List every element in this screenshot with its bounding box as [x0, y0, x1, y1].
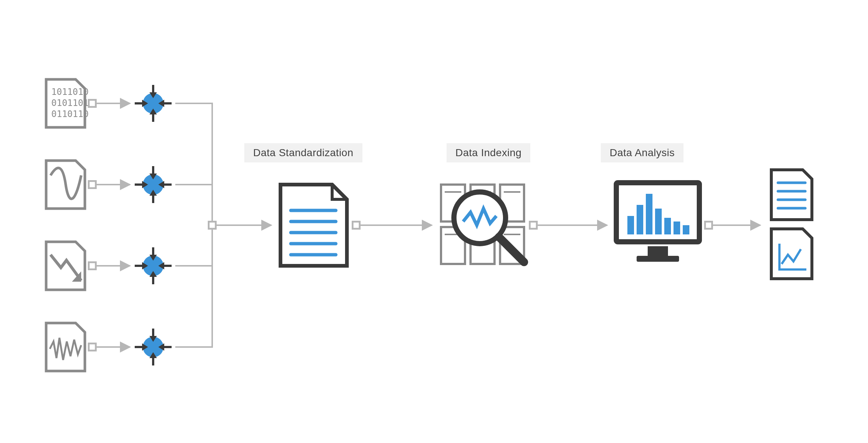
converge-node-4-icon: [135, 329, 172, 365]
svg-rect-53: [655, 209, 662, 234]
svg-rect-49: [637, 256, 679, 262]
svg-rect-48: [648, 246, 668, 257]
analysis-monitor-icon: [616, 183, 699, 262]
source-doc-wave-icon: [46, 161, 85, 209]
standardized-document-icon: [280, 185, 347, 266]
svg-rect-55: [674, 222, 680, 234]
output-chart-doc-icon: [771, 229, 812, 279]
converge-node-3-icon: [135, 247, 172, 284]
converge-node-1-icon: [135, 85, 172, 122]
svg-rect-52: [646, 194, 652, 234]
source-doc-binary-icon: 1011010 0101101 0110110: [46, 79, 89, 127]
diagram-svg: 1011010 0101101 0110110: [0, 0, 868, 443]
binary-row-3: 0110110: [51, 109, 89, 119]
svg-rect-51: [637, 205, 643, 234]
svg-rect-56: [683, 225, 689, 234]
converge-node-2-icon: [135, 166, 172, 203]
svg-rect-54: [664, 218, 671, 234]
connector-nodes-to-standardization: [175, 103, 271, 347]
binary-row-2: 0101101: [51, 98, 89, 108]
connectors-source-to-node: [92, 103, 130, 347]
output-report-doc-icon: [771, 170, 812, 220]
source-doc-trend-icon: [46, 242, 85, 290]
svg-rect-50: [627, 216, 634, 234]
diagram-canvas: Data Standardization Data Indexing Data …: [0, 0, 868, 443]
binary-row-1: 1011010: [51, 87, 89, 97]
source-doc-heartbeat-icon: [46, 323, 85, 371]
